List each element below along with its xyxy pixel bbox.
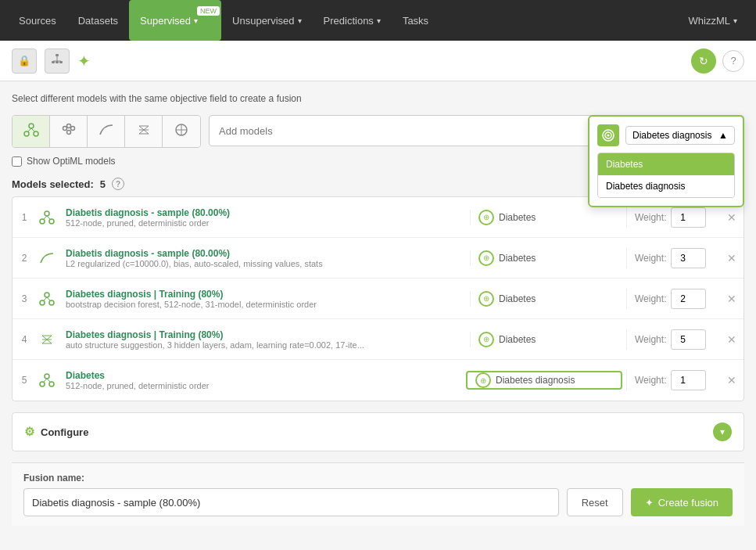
- svg-line-37: [44, 297, 47, 300]
- row-delete-button[interactable]: ✕: [720, 293, 743, 305]
- ensemble-icon: [23, 122, 39, 141]
- row-objective-value: Diabetes: [499, 253, 536, 264]
- target-icon: ⊕: [478, 291, 494, 307]
- svg-point-29: [45, 211, 49, 216]
- create-fusion-button[interactable]: ✦ Create fusion: [631, 488, 733, 516]
- row-title[interactable]: Diabetis diagnosis - sample (80.00%): [66, 207, 462, 218]
- weight-input[interactable]: [671, 207, 706, 228]
- nav-supervised[interactable]: Supervised NEW ▾: [129, 0, 221, 41]
- table-row-highlighted: 5 Diabetes 512-node, pruned, determinist…: [13, 360, 743, 401]
- weight-input[interactable]: [671, 329, 706, 350]
- configure-header[interactable]: ⚙ Configure ▾: [13, 413, 743, 451]
- row-type-ensemble-icon: [36, 291, 58, 307]
- nav-unsupervised[interactable]: Unsupervised ▾: [221, 0, 313, 41]
- nav-datasets[interactable]: Datasets: [67, 0, 129, 41]
- whizzml-chevron: ▾: [733, 16, 737, 25]
- objective-select[interactable]: Diabetes diagnosis ▲: [625, 126, 735, 145]
- show-optiml-label: Show OptiML models: [27, 156, 116, 167]
- nav-sources[interactable]: Sources: [8, 0, 67, 41]
- model-type-anomaly[interactable]: [163, 116, 200, 147]
- row-info: Diabetes diagnosis | Training (80%) boot…: [58, 282, 470, 315]
- row-title[interactable]: Diabetes diagnosis | Training (80%): [66, 329, 462, 340]
- nav-whizzml[interactable]: WhizzML ▾: [678, 9, 748, 33]
- supervised-chevron: ▾: [194, 16, 198, 25]
- models-table: 1 Diabetis diagnosis - sample (80.00%) 5…: [12, 196, 744, 401]
- header-bar: 🔒 ✦ ↻ ?: [0, 41, 756, 81]
- hierarchy-icon: [51, 53, 63, 68]
- configure-section: ⚙ Configure ▾: [12, 412, 744, 451]
- nav-tasks[interactable]: Tasks: [392, 0, 439, 41]
- fusion-name-input[interactable]: [23, 488, 559, 516]
- bottom-bar: Fusion name: Reset ✦ Create fusion: [12, 462, 744, 526]
- svg-point-36: [49, 300, 54, 305]
- svg-point-6: [29, 124, 34, 128]
- row-objective: ⊕ Diabetes: [470, 291, 626, 307]
- lock-button[interactable]: 🔒: [12, 49, 37, 74]
- row-number: 4: [13, 334, 36, 345]
- refresh-button[interactable]: ↻: [691, 49, 716, 74]
- row-title[interactable]: Diabetis diagnosis - sample (80.00%): [66, 248, 462, 259]
- models-info[interactable]: ?: [112, 178, 124, 190]
- svg-point-35: [40, 300, 45, 305]
- weight-input[interactable]: [671, 289, 706, 309]
- fusion-name-label: Fusion name:: [23, 473, 733, 483]
- svg-point-30: [40, 219, 45, 224]
- svg-point-8: [34, 131, 38, 136]
- obj-option-diabetes[interactable]: Diabetes: [598, 153, 734, 175]
- row-number: 5: [13, 375, 36, 386]
- models-header-label: Models selected:: [12, 178, 94, 190]
- svg-line-32: [44, 216, 47, 219]
- tree-button[interactable]: [45, 49, 70, 74]
- weight-input[interactable]: [671, 248, 706, 268]
- info-icon: ?: [730, 55, 736, 67]
- row-weight: Weight:: [626, 329, 720, 350]
- table-row: 4 Diabetes diagnosis | Training (80%) au…: [13, 319, 743, 360]
- logistic-icon: [99, 122, 114, 141]
- model-type-ensemble[interactable]: [13, 116, 50, 147]
- row-objective: ⊕ Diabetes: [470, 332, 626, 347]
- weight-label: Weight:: [635, 375, 666, 386]
- obj-option-diabetes-diagnosis[interactable]: Diabetes diagnosis: [598, 175, 734, 197]
- svg-line-9: [28, 128, 31, 131]
- row-objective: ⊕ Diabetes: [470, 250, 626, 266]
- nav-predictions[interactable]: Predictions ▾: [313, 0, 392, 41]
- model-type-logistic[interactable]: [88, 116, 125, 147]
- collapse-button[interactable]: ▾: [713, 422, 732, 441]
- row-weight: Weight:: [626, 370, 720, 390]
- row-weight: Weight:: [626, 248, 720, 268]
- row-delete-button[interactable]: ✕: [720, 374, 743, 386]
- row-title[interactable]: Diabetes diagnosis | Training (80%): [66, 289, 462, 300]
- target-icon: ⊕: [478, 250, 494, 266]
- svg-point-12: [66, 124, 70, 128]
- row-title[interactable]: Diabetes: [66, 370, 454, 381]
- row-objective: ⊕ Diabetes: [470, 210, 626, 225]
- obj-dropdown-header: Diabetes diagnosis ▲: [597, 124, 735, 146]
- row-delete-button[interactable]: ✕: [720, 211, 743, 224]
- row-delete-button[interactable]: ✕: [720, 333, 743, 346]
- model-type-deepnet[interactable]: [125, 116, 163, 147]
- fusion-icon: ✦: [77, 52, 91, 70]
- weight-input[interactable]: [671, 370, 706, 390]
- row-info: Diabetes 512-node, pruned, deterministic…: [58, 364, 462, 397]
- gear-icon: ⚙: [24, 425, 34, 439]
- info-button[interactable]: ?: [722, 50, 744, 72]
- row-weight: Weight:: [626, 207, 720, 228]
- main-content: Select different models with the same ob…: [0, 81, 756, 550]
- show-optiml-checkbox[interactable]: [12, 156, 22, 167]
- weight-label: Weight:: [635, 253, 666, 264]
- row-type-logistic-icon: [36, 250, 58, 266]
- svg-point-31: [49, 219, 54, 224]
- cluster-icon: [61, 122, 77, 141]
- row-type-ensemble-icon: [36, 210, 58, 225]
- svg-point-45: [40, 382, 45, 386]
- row-desc: 512-node, pruned, deterministic order: [66, 218, 462, 228]
- svg-line-38: [47, 297, 50, 300]
- bottom-controls: Reset ✦ Create fusion: [23, 488, 733, 516]
- reset-button[interactable]: Reset: [567, 488, 623, 516]
- target-icon: ⊕: [478, 332, 494, 347]
- model-type-cluster[interactable]: [50, 116, 88, 147]
- row-number: 3: [13, 293, 36, 304]
- target-icon: ⊕: [475, 372, 491, 388]
- row-delete-button[interactable]: ✕: [720, 252, 743, 264]
- svg-point-34: [45, 293, 49, 297]
